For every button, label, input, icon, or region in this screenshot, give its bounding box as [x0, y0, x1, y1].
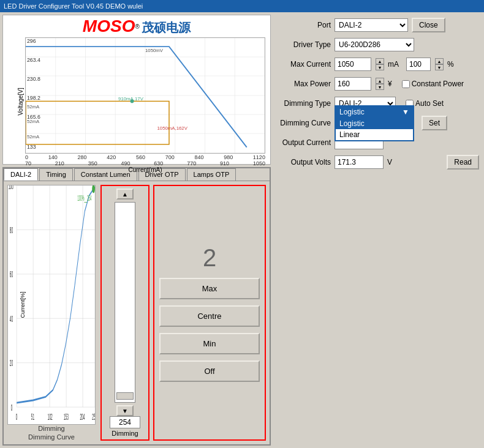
max-current-input[interactable] [335, 58, 371, 71]
max-current-pct-unit: % [447, 60, 454, 69]
constant-power-label: Constant Power [412, 80, 464, 88]
max-power-label: Max Power [276, 80, 331, 88]
slider-up-btn[interactable]: ▲ [116, 189, 134, 200]
svg-text:52mA: 52mA [27, 135, 40, 140]
auto-set-label: Auto Set [415, 99, 444, 108]
svg-text:20: 20 [10, 359, 13, 368]
svg-text:100: 100 [9, 185, 13, 190]
title-text: LED Driver Configurer Tool V0.45 DEMO wu… [4, 2, 143, 10]
dimming-curve-option-logistic[interactable]: Logistic Linear [336, 118, 413, 140]
svg-text:51: 51 [31, 413, 34, 422]
max-current-up[interactable]: ▲ [376, 58, 384, 64]
main-chart-y-label: Voltage[V] [17, 88, 24, 116]
dimming-type-label: Dimming Type [276, 99, 331, 108]
panel2-num: 2 [159, 244, 260, 272]
dimming-chart-container: Current[%] [7, 185, 96, 441]
close-button[interactable]: Close [412, 18, 445, 32]
max-current-down[interactable]: ▼ [376, 64, 384, 70]
svg-text:80: 80 [10, 226, 13, 235]
max-power-input[interactable] [335, 77, 371, 91]
svg-text:263.4: 263.4 [27, 57, 40, 63]
max-button[interactable]: Max [159, 278, 260, 299]
svg-text:1050mV: 1050mV [145, 48, 164, 54]
logo: MOSO® 茂硕电源 [6, 17, 268, 36]
output-volts-row: Output Volts V Read [276, 154, 479, 170]
svg-text:198.2: 198.2 [27, 95, 40, 101]
tabs-area: DALI-2 Timing Constant Lumen Driver OTP … [2, 167, 271, 446]
svg-rect-22 [26, 101, 169, 144]
main-chart-area: MOSO® 茂硕电源 Voltage[V] [2, 15, 271, 165]
preset-buttons-panel: 2 Max Centre Min Off [153, 185, 266, 441]
option-linear[interactable]: Linear [336, 129, 413, 140]
dimming-curve-label: Dimming Curve [7, 433, 96, 441]
output-current-label: Output Current [276, 138, 331, 147]
svg-text:255: 255 [92, 413, 95, 422]
svg-text:0: 0 [11, 403, 13, 413]
slider-panel: ▲ ▼ 254 Dimming [100, 185, 149, 441]
max-power-up[interactable]: ▲ [376, 78, 384, 84]
driver-type-row: Driver Type U6-200D286 [276, 37, 479, 53]
svg-text:153: 153 [64, 413, 69, 422]
dimming-curve-dropdown-box[interactable]: Logistic ▼ Logistic Linear [335, 105, 414, 141]
max-current-pct-input[interactable] [406, 58, 431, 71]
max-current-spinner[interactable]: ▲ ▼ [376, 58, 384, 70]
centre-button[interactable]: Centre [159, 305, 260, 327]
moso-chinese: 茂硕电源 [142, 21, 191, 34]
main-chart-svg: 296 263.4 230.8 198.2 165.6 133 52mA 52m… [25, 37, 265, 154]
port-label: Port [276, 21, 331, 29]
slider-thumb[interactable] [116, 392, 134, 400]
off-button[interactable]: Off [159, 360, 260, 382]
main-chart-x-label: Current(mA) [25, 166, 265, 173]
svg-text:1050mA,162V: 1050mA,162V [157, 126, 188, 132]
max-power-down[interactable]: ▼ [376, 84, 384, 90]
svg-text:100%__254: 100%__254 [78, 194, 92, 202]
max-current-row: Max Current ▲ ▼ mA ▲ ▼ % [276, 56, 479, 72]
output-volts-input[interactable] [335, 155, 384, 169]
dim-chart-x-label: Dimming [7, 425, 96, 432]
port-dropdown[interactable]: DALI-2 [335, 18, 408, 32]
dim-chart-y-label: Current[%] [20, 291, 26, 318]
svg-text:204: 204 [80, 413, 85, 422]
max-current-pct-down[interactable]: ▼ [435, 64, 444, 70]
main-chart-x-axis: 01402804205607008409801120 [25, 154, 265, 160]
svg-text:230.8: 230.8 [27, 76, 40, 82]
moso-brand: MOSO [83, 17, 135, 35]
output-volts-unit: V [387, 158, 392, 166]
dimming-curve-row: Dimming Curve Logistic ▼ Logistic Linear… [276, 115, 479, 131]
slider-label: Dimming [112, 430, 138, 437]
svg-text:60: 60 [10, 270, 13, 279]
max-power-spinner[interactable]: ▲ ▼ [376, 78, 384, 90]
driver-type-dropdown[interactable]: U6-200D286 [335, 38, 414, 51]
output-volts-label: Output Volts [276, 158, 331, 166]
max-current-pct-up[interactable]: ▲ [435, 58, 444, 64]
dimming-controls: ▲ ▼ 254 Dimming 2 Max Centre Min [100, 185, 266, 441]
moso-reg: ® [135, 23, 139, 30]
constant-power-checkbox[interactable] [402, 80, 410, 88]
svg-text:52mA: 52mA [27, 119, 40, 124]
svg-point-27 [130, 100, 134, 103]
svg-text:40: 40 [10, 315, 13, 324]
max-current-unit: mA [388, 60, 399, 69]
max-power-unit: ¥ [388, 80, 392, 88]
dimming-curve-label: Dimming Curve [276, 119, 331, 127]
slider-track[interactable] [115, 202, 135, 403]
option-logistic[interactable]: Logistic [336, 118, 413, 129]
title-bar: LED Driver Configurer Tool V0.45 DEMO wu… [0, 0, 484, 12]
max-current-pct-spinner[interactable]: ▲ ▼ [435, 58, 444, 70]
dimming-chart: Current[%] [7, 185, 96, 425]
read-button[interactable]: Read [447, 155, 479, 170]
tab-dali2[interactable]: DALI-2 [4, 168, 38, 181]
constant-power-check-label: Constant Power [402, 80, 464, 88]
svg-text:133: 133 [27, 144, 36, 151]
tab-content: Current[%] [4, 181, 270, 444]
max-current-label: Max Current [276, 60, 331, 69]
svg-point-54 [92, 185, 95, 193]
port-row: Port DALI-2 Close [276, 17, 479, 33]
slider-value: 254 [110, 416, 140, 428]
min-button[interactable]: Min [159, 333, 260, 354]
dimming-curve-selected[interactable]: Logistic ▼ [336, 106, 413, 118]
max-power-row: Max Power ▲ ▼ ¥ Constant Power [276, 76, 479, 92]
set-button[interactable]: Set [422, 116, 447, 130]
left-panel: MOSO® 茂硕电源 Voltage[V] [2, 15, 271, 446]
slider-down-btn[interactable]: ▼ [116, 405, 134, 416]
